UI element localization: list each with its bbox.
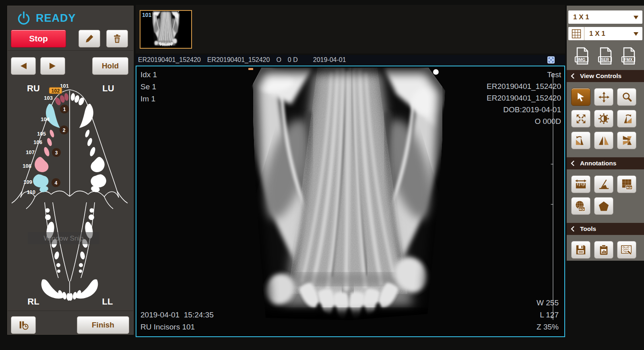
view-controls-grid — [567, 82, 639, 154]
overlay-acquisition-info: 2019-04-01 15:24:35 RU Incisors 101 — [140, 309, 214, 333]
rotate-left-icon — [575, 135, 586, 146]
tools-panel: 1 X 1 1 X 1 IMG — [567, 6, 644, 261]
flip-horizontal-button[interactable] — [594, 132, 613, 149]
viewer-header: ER20190401_152420 ER20190401_152420 O 0 … — [136, 55, 565, 65]
tooth-number-108: 108 — [23, 163, 31, 169]
pan-icon — [599, 92, 609, 103]
edit-image-button[interactable] — [617, 241, 636, 259]
hold-button[interactable]: Hold — [92, 57, 128, 75]
generator-section: READY Stop — [8, 6, 133, 51]
status-label: READY — [36, 12, 76, 25]
power-icon — [17, 11, 31, 25]
overlay-line: RU Incisors 101 — [140, 321, 214, 333]
circle-roi-button[interactable]: ROI — [571, 197, 590, 215]
thumbnail-101[interactable]: 101 — [140, 10, 192, 49]
img-file-button[interactable]: IMG — [574, 47, 590, 65]
ruler-icon — [575, 179, 587, 190]
ser-file-button[interactable]: SER — [597, 47, 613, 65]
measure-angle-button[interactable] — [594, 175, 613, 193]
fullscreen-button[interactable] — [547, 56, 555, 64]
grid-icon — [571, 29, 582, 39]
expand-arrows-icon — [576, 113, 586, 124]
position-marker-3: 3 — [55, 150, 58, 156]
series-id: ER20190401_152420 — [207, 56, 270, 64]
section-tools[interactable]: Tools — [567, 223, 644, 235]
overlay-window-level: W 255 L 127 Z 35% — [537, 297, 559, 333]
acquisition-panel: READY Stop — [7, 6, 134, 335]
selected-tooth-badge[interactable]: 102 — [49, 87, 62, 94]
delete-button[interactable] — [106, 30, 128, 47]
quadrant-label-lu: LU — [102, 83, 114, 93]
next-image-button[interactable] — [40, 57, 65, 75]
overlay-line: O 000D — [487, 115, 561, 127]
measure-length-button[interactable] — [571, 175, 590, 193]
brightness-contrast-button[interactable] — [594, 110, 613, 128]
chevron-down-icon — [634, 32, 638, 38]
expand-icon — [548, 57, 554, 63]
rotate-left-button[interactable] — [571, 132, 590, 149]
edit-button[interactable] — [78, 30, 100, 47]
tooth-chart[interactable]: Window Snip RU LU RL LL 101 103 104 105 … — [8, 74, 134, 310]
overlay-line: W 255 — [537, 297, 559, 309]
finish-button[interactable]: Finish — [77, 316, 129, 334]
rect-roi-button[interactable]: ROI — [617, 175, 636, 193]
position-marker-1: 1 — [63, 107, 66, 112]
schedule-button[interactable] — [11, 316, 36, 334]
divider — [8, 311, 133, 311]
jaw-outline — [12, 90, 128, 301]
grid-layout-dropdown[interactable]: 1 X 1 — [568, 27, 642, 40]
quadrant-label-ru: RU — [27, 83, 40, 93]
overlay-line: ER20190401_152420 — [487, 80, 561, 92]
report-icon — [598, 244, 609, 255]
layout-dropdown[interactable]: 1 X 1 — [568, 10, 642, 24]
flip-vertical-button[interactable] — [617, 132, 636, 149]
flip-horizontal-icon — [598, 135, 609, 146]
tooth-number-104: 104 — [41, 116, 50, 122]
section-view-controls[interactable]: View Controls — [567, 70, 644, 82]
orientation-marker — [248, 68, 253, 70]
ser-label: SER — [601, 58, 609, 62]
contrast-sun-icon — [598, 113, 609, 124]
save-icon — [575, 244, 586, 255]
chevron-down-icon — [634, 16, 638, 22]
overlay-line: 2019-04-01 15:24:35 — [140, 309, 214, 321]
study-id: ER20190401_152420 — [138, 56, 201, 64]
stop-button[interactable]: Stop — [11, 30, 66, 47]
position-marker-4: 4 — [55, 180, 58, 186]
xray-image[interactable] — [250, 68, 446, 323]
pan-tool-button[interactable] — [594, 88, 613, 106]
edit-image-icon — [621, 244, 633, 255]
chevron-left-icon — [571, 160, 575, 167]
overlay-line: DOB:2019-04-01 — [487, 104, 561, 115]
thumbnail-strip: 101 — [136, 5, 565, 54]
report-button[interactable] — [594, 241, 613, 259]
fmx-file-button[interactable]: FMX — [621, 47, 637, 65]
tooth-number-106: 106 — [33, 139, 42, 145]
rotate-right-button[interactable] — [617, 110, 636, 128]
trash-icon — [112, 33, 122, 44]
cursor-tool-button[interactable] — [571, 88, 590, 106]
overlay-line: Se 1 — [140, 81, 157, 93]
cursor-icon — [576, 92, 586, 102]
overlay-line: Im 1 — [140, 93, 157, 105]
overlay-line: Z 35% — [537, 321, 559, 333]
grid-dropdown-value: 1 X 1 — [584, 30, 634, 38]
chevron-left-icon — [571, 73, 575, 79]
chevron-left-icon — [571, 226, 575, 232]
overlay-line: Test — [487, 69, 561, 80]
thumbnail-image — [151, 11, 180, 48]
arrow-right-icon — [48, 62, 57, 70]
grid-layout-button[interactable] — [568, 27, 584, 40]
save-button[interactable] — [571, 241, 590, 259]
fit-screen-button[interactable] — [571, 110, 590, 128]
polygon-roi-button[interactable] — [594, 197, 613, 215]
position-marker-2: 2 — [63, 128, 66, 133]
watermark: Window Snip — [28, 232, 99, 244]
zoom-tool-button[interactable] — [617, 88, 636, 106]
quadrant-label-ll: LL — [102, 296, 113, 307]
flip-vertical-icon — [621, 135, 632, 146]
layout-dropdown-value: 1 X 1 — [568, 13, 634, 21]
previous-image-button[interactable] — [11, 57, 36, 75]
section-annotations[interactable]: Annotations — [567, 157, 644, 169]
tooth-number-103: 103 — [44, 95, 53, 101]
